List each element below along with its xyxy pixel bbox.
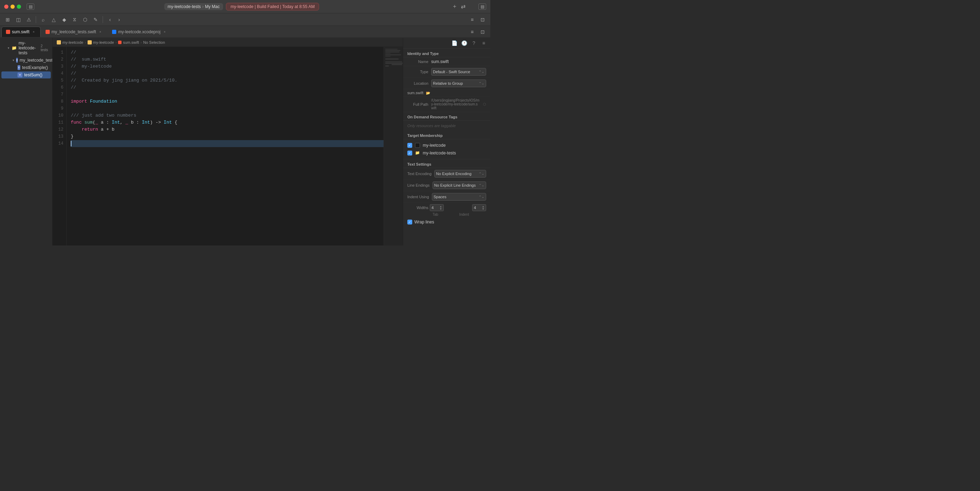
tags-placeholder: Only resources are taggable (403, 121, 490, 130)
tab-xcodeproj-close[interactable]: × (162, 29, 167, 34)
minimize-button[interactable] (11, 5, 15, 9)
location-row: Location Relative to Group ⌃⌄ (403, 78, 490, 89)
indent-width-stepper[interactable]: ▲ ▼ (482, 205, 484, 210)
titlebar-mac: My Mac (205, 4, 220, 9)
encoding-value: No Explicit Encoding (436, 172, 471, 176)
diamond-button[interactable]: ◆ (60, 16, 68, 24)
maximize-button[interactable] (17, 5, 21, 9)
help-icon[interactable]: ? (470, 39, 478, 47)
breadcrumb-file[interactable]: sum.swift (123, 40, 139, 44)
code-content: // // sum.swift // my-leetcode // // Cre… (67, 47, 383, 246)
tab-xcodeproj[interactable]: my-leetcode.xcodeproj × (108, 27, 172, 37)
wrap-row: ✓ Wrap lines (403, 218, 490, 226)
test-example-icon: T (18, 65, 20, 70)
indent-width-up-icon[interactable]: ▲ (482, 205, 484, 208)
code-line-13: } (71, 133, 383, 140)
fullpath-nav-icon[interactable]: ⬡ (483, 102, 486, 106)
tab-width-stepper[interactable]: ▲ ▼ (439, 205, 442, 210)
xcode-proj-icon (112, 30, 116, 34)
indent-width-value: 4 (474, 206, 476, 210)
target-checkbox-1[interactable]: ✓ (407, 151, 412, 156)
warning-button[interactable]: △ (49, 16, 58, 24)
wrap-checkbox[interactable]: ✓ (407, 219, 412, 224)
nav-back-button[interactable]: ‹ (106, 16, 114, 24)
filter-icon[interactable]: ≡ (480, 39, 488, 47)
add-editor-button[interactable]: ⊡ (479, 16, 487, 24)
code-review-icon[interactable]: ⊡ (479, 28, 487, 36)
code-line-3: // my-leetcode (71, 63, 383, 70)
encoding-select[interactable]: No Explicit Encoding ⌃⌄ (434, 170, 486, 178)
line-endings-row: Line Endings No Explicit Line Endings ⌃⌄ (403, 180, 490, 191)
sidebar-item-testsum[interactable]: T testSum() (2, 72, 51, 78)
search-button[interactable]: ⌕ (39, 16, 47, 24)
line-num-11: 11 (52, 119, 64, 126)
tab-width-up-icon[interactable]: ▲ (439, 205, 442, 208)
type-select[interactable]: Default - Swift Source ⌃⌄ (431, 68, 486, 76)
name-label: Name (407, 60, 428, 64)
fullpath-label: Full Path (407, 102, 428, 106)
pen-button[interactable]: ✎ (91, 16, 100, 24)
tab-tests-swift[interactable]: my_leetcode_tests.swift × (41, 27, 107, 37)
right-panel: 📄 🕐 ? ≡ Identity and Type Name sum.swift… (403, 38, 490, 246)
folder-nav-icon[interactable]: 📂 (426, 91, 430, 95)
build-status: my-leetcode | Build Failed | Today at 8:… (226, 3, 319, 11)
close-button[interactable] (4, 5, 8, 9)
code-editor[interactable]: 1 2 3 4 5 6 7 8 9 10 11 12 13 14 // (52, 47, 383, 246)
related-files-icon[interactable]: ≡ (468, 28, 476, 36)
sidebar-item-group[interactable]: ▾ T my_leetcode_tests (2, 57, 51, 64)
add-tab-icon[interactable]: ＋ (452, 4, 457, 10)
line-num-5: 5 (52, 77, 64, 84)
main-layout: ▾ 📁 my-leetcode-tests 2 tests ▾ T my_lee… (0, 38, 490, 246)
history-icon[interactable]: 🕐 (460, 39, 468, 47)
indent-value: Spaces (434, 195, 447, 199)
name-row: Name sum.swift (403, 57, 490, 66)
line-endings-value: No Explicit Line Endings (434, 183, 476, 188)
tab-sum-swift[interactable]: sum.swift × (2, 27, 41, 37)
adjust-editor-button[interactable]: ≡ (468, 16, 476, 24)
sidebar-item-root[interactable]: ▾ 📁 my-leetcode-tests 2 tests (2, 40, 51, 56)
code-line-10: /// just add two numbers (71, 112, 383, 119)
build-file: my-leetcode (231, 4, 253, 9)
widths-row: Widths 4 ▲ ▼ 4 ▲ ▼ (403, 203, 490, 213)
tab-sub-label: Tab (433, 213, 438, 216)
swift-file-icon (6, 30, 10, 34)
tab-width-down-icon[interactable]: ▼ (439, 208, 442, 210)
indent-width-down-icon[interactable]: ▼ (482, 208, 484, 210)
line-num-9: 9 (52, 105, 64, 112)
sidebar-toggle-button[interactable]: ▤ (27, 3, 34, 10)
line-endings-select[interactable]: No Explicit Line Endings ⌃⌄ (433, 181, 486, 189)
root-label: my-leetcode-tests (19, 41, 38, 55)
tab-tests-close[interactable]: × (98, 29, 103, 34)
indent-select[interactable]: Spaces ⌃⌄ (432, 193, 486, 201)
toolbar-divider-1 (36, 16, 36, 23)
toggle-debug-button[interactable]: ◫ (14, 16, 22, 24)
tab-width-field[interactable]: 4 ▲ ▼ (430, 204, 444, 211)
line-endings-chevron-icon: ⌃⌄ (479, 184, 484, 187)
breadcrumb-project[interactable]: my-leetcode (62, 40, 83, 44)
type-value: Default - Swift Source (433, 70, 470, 74)
breadcrumb-selection[interactable]: No Selection (143, 40, 165, 44)
indent-row: Indent Using Spaces ⌃⌄ (403, 191, 490, 203)
sidebar-item-testexample[interactable]: T testExample() (2, 64, 51, 71)
location-select[interactable]: Relative to Group ⌃⌄ (431, 79, 486, 87)
tab-sum-swift-close[interactable]: × (31, 29, 36, 34)
file-inspector-icon[interactable]: 📄 (450, 39, 458, 47)
toggle-navigator-button[interactable]: ⊞ (3, 16, 12, 24)
target-checkbox-0[interactable]: ✓ (407, 143, 412, 148)
titlebar-icons: ＋ ⇄ ▤ (452, 3, 486, 10)
identity-section-title: Identity and Type (403, 49, 490, 57)
breadcrumb-group[interactable]: my-leetcode (93, 40, 114, 44)
name-value: sum.swift (431, 59, 486, 64)
git-button[interactable]: ⧖ (70, 16, 79, 24)
breakpoints-button[interactable]: ⚠ (24, 16, 33, 24)
split-view-icon[interactable]: ⇄ (460, 4, 466, 10)
shape-button[interactable]: ⬡ (81, 16, 89, 24)
toolbar: ⊞ ◫ ⚠ ⌕ △ ◆ ⧖ ⬡ ✎ ‹ › ≡ ⊡ (0, 13, 490, 26)
group-label: my_leetcode_tests (20, 58, 52, 63)
inspector-toggle-button[interactable]: ▤ (479, 3, 486, 10)
test-sum-icon: T (18, 73, 22, 78)
titlebar-center: my-leetcode-tests › My Mac my-leetcode |… (37, 3, 449, 11)
location-value: Relative to Group (433, 81, 463, 86)
nav-forward-button[interactable]: › (115, 16, 123, 24)
indent-width-field[interactable]: 4 ▲ ▼ (472, 204, 486, 211)
